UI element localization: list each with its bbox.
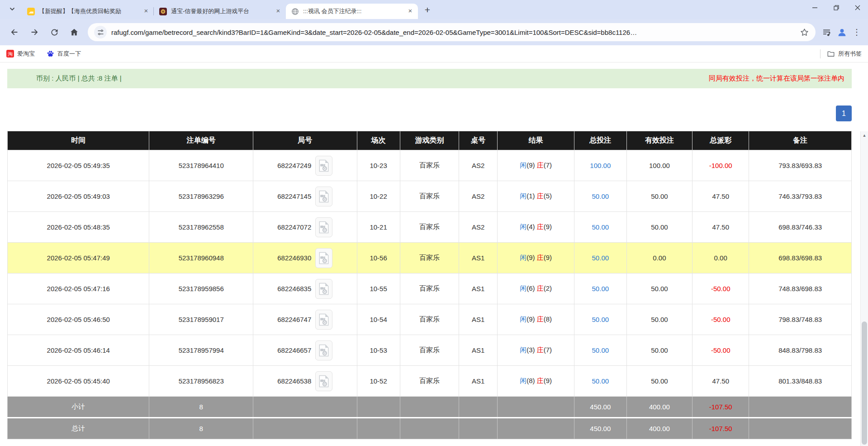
footer-total-bet: 450.00 (574, 418, 626, 439)
media-controls-icon[interactable] (822, 28, 831, 37)
column-header: 注单编号 (149, 131, 253, 150)
cell-result: 闲(1) 庄(5) (498, 181, 574, 212)
cell-table-no: AS2 (459, 150, 498, 181)
video-file-icon (318, 375, 329, 388)
footer-label: 小计 (8, 397, 149, 418)
video-replay-button[interactable] (315, 217, 332, 237)
video-replay-button[interactable] (315, 156, 332, 176)
browser-tab-2[interactable]: 通宝-信誉最好的网上游戏平台× (154, 4, 286, 19)
tab-close-icon[interactable]: × (142, 7, 150, 15)
cell-note: 748.83/698.83 (749, 273, 852, 304)
cell-bet-id: 523178960948 (149, 243, 253, 273)
cell-payout: -50.00 (693, 335, 749, 366)
cell-total-bet: 50.00 (574, 366, 626, 397)
column-header: 结果 (498, 131, 574, 150)
cell-round-id: 682246538 (253, 366, 357, 397)
footer-total-bet: 450.00 (574, 397, 626, 418)
baidu-paw-icon (47, 50, 54, 58)
cell-note: 793.83/693.83 (749, 150, 852, 181)
tab-close-icon[interactable]: × (274, 7, 282, 15)
video-replay-button[interactable] (315, 340, 332, 360)
cell-session: 10-56 (357, 243, 400, 273)
back-button[interactable] (5, 23, 24, 41)
folder-icon (827, 50, 835, 58)
close-icon (855, 5, 860, 10)
table-row: 2026-02-05 05:46:50523178959017682246747… (8, 304, 852, 335)
column-header: 总派彩 (693, 131, 749, 150)
profile-avatar[interactable] (837, 27, 847, 38)
tab-close-icon[interactable]: × (406, 7, 414, 15)
video-file-icon (318, 252, 329, 264)
browser-tab-3[interactable]: :::视讯 会员下注纪录:::× (286, 4, 418, 19)
all-bookmarks[interactable]: 所有书签 (820, 49, 862, 58)
minimize-icon (812, 5, 818, 10)
forward-icon (29, 27, 39, 37)
table-row: 2026-02-05 05:45:40523178956823682246538… (8, 366, 852, 397)
bookmark-item-1[interactable]: 淘爱淘宝 (6, 50, 35, 58)
site-settings-icon[interactable] (94, 26, 107, 38)
cell-round-id: 682247072 (253, 212, 357, 243)
cell-total-bet: 100.00 (574, 150, 626, 181)
menu-kebab-icon[interactable]: ⋮ (853, 27, 861, 37)
video-replay-button[interactable] (315, 371, 332, 391)
cell-round-id: 682246657 (253, 335, 357, 366)
cell-note: 801.33/848.83 (749, 366, 852, 397)
page-scrollbar[interactable]: ▲ ▼ (860, 131, 868, 446)
cell-game-type: 百家乐 (400, 304, 459, 335)
column-header: 时间 (8, 131, 149, 150)
globe-icon (291, 8, 299, 15)
cell-session: 10-23 (357, 150, 400, 181)
scroll-up-arrow[interactable]: ▲ (861, 131, 868, 139)
home-button[interactable] (65, 23, 83, 41)
forward-button[interactable] (25, 23, 43, 41)
reload-button[interactable] (45, 23, 63, 41)
footer-valid-bet: 400.00 (626, 397, 693, 418)
cell-table-no: AS2 (459, 181, 498, 212)
cell-payout: -50.00 (693, 273, 749, 304)
bookmark-list: 淘爱淘宝百度一下 (6, 50, 93, 58)
video-file-icon (318, 313, 329, 326)
cell-time: 2026-02-05 05:47:16 (8, 273, 149, 304)
cell-payout: -50.00 (693, 304, 749, 335)
video-file-icon (318, 159, 329, 172)
column-header: 场次 (357, 131, 400, 150)
restore-button[interactable] (825, 0, 847, 15)
video-file-icon (318, 190, 329, 203)
bookmark-star-icon[interactable] (800, 28, 809, 37)
video-replay-button[interactable] (315, 310, 332, 330)
video-replay-button[interactable] (315, 187, 332, 206)
scrollbar-thumb[interactable] (862, 321, 867, 445)
page-content: 币别 : 人民币 | 总共 :8 注单 | 同局有效投注，统一计算在该局第一张注… (0, 69, 868, 446)
home-icon (69, 27, 79, 37)
minimize-button[interactable] (804, 0, 825, 15)
cell-total-bet: 50.00 (574, 304, 626, 335)
url-text[interactable]: rafugf.com/game/betrecord_search/kind3?B… (111, 29, 795, 36)
cell-time: 2026-02-05 05:46:14 (8, 335, 149, 366)
page-1-button[interactable]: 1 (836, 106, 852, 121)
cell-valid-bet: 50.00 (626, 304, 693, 335)
table-row: 2026-02-05 05:49:03523178963296682247145… (8, 181, 852, 212)
cell-game-type: 百家乐 (400, 366, 459, 397)
cell-valid-bet: 50.00 (626, 366, 693, 397)
notice-text: 同局有效投注，统一计算在该局第一张注单内 (709, 74, 852, 83)
bookmark-item-2[interactable]: 百度一下 (47, 50, 81, 58)
new-tab-button[interactable]: + (421, 3, 434, 17)
cell-result: 闲(9) 庄(7) (498, 150, 574, 181)
cell-payout: 47.50 (693, 366, 749, 397)
close-button[interactable] (847, 0, 868, 15)
cell-result: 闲(6) 庄(2) (498, 273, 574, 304)
video-replay-button[interactable] (315, 248, 332, 268)
browser-tab-1[interactable]: 【新提醒】【海燕优质回帖奖励× (22, 4, 154, 19)
video-replay-button[interactable] (315, 279, 332, 299)
cell-result: 闲(8) 庄(9) (498, 366, 574, 397)
footer-count: 8 (149, 397, 253, 418)
column-header: 游戏类别 (400, 131, 459, 150)
cell-table-no: AS2 (459, 212, 498, 243)
restore-icon (834, 5, 839, 10)
cell-result: 闲(3) 庄(7) (498, 335, 574, 366)
cell-game-type: 百家乐 (400, 181, 459, 212)
cell-round-id: 682246930 (253, 243, 357, 273)
tab-search-button[interactable] (5, 2, 20, 17)
tab-title: 通宝-信誉最好的网上游戏平台 (171, 7, 271, 15)
address-bar[interactable]: rafugf.com/game/betrecord_search/kind3?B… (88, 23, 816, 41)
